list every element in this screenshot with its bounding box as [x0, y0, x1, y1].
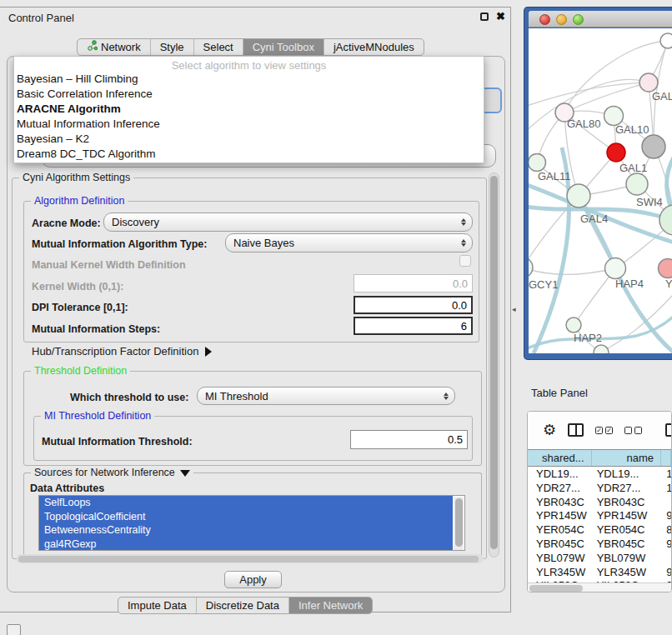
dropdown-item[interactable]: Bayesian – K2	[14, 132, 484, 147]
dropdown-item[interactable]: Basic Correlation Inference	[14, 87, 484, 102]
tab-infer-network[interactable]: Infer Network	[288, 598, 372, 613]
combo-arrows-icon	[441, 392, 454, 400]
control-panel-titlebar: Control Panel ✖	[0, 8, 510, 28]
dropdown-item-list: Bayesian – Hill ClimbingBasic Correlatio…	[14, 72, 484, 162]
table-horizontal-scrollbar[interactable]	[528, 582, 671, 592]
table-row[interactable]: YER054CYER054C8.	[528, 523, 671, 538]
collapsed-arrow-icon	[205, 347, 212, 357]
aracne-mode-combo[interactable]: Discovery	[103, 212, 473, 232]
table-column-header[interactable]: name	[592, 450, 661, 466]
docked-panel-icon[interactable]	[7, 624, 21, 635]
table-column-header[interactable]	[661, 450, 671, 466]
gear-icon[interactable]: ⚙	[543, 421, 556, 439]
splitter-collapse-arrow[interactable]: ◂	[512, 305, 516, 313]
tab-impute-data[interactable]: Impute Data	[118, 598, 196, 613]
network-graph[interactable]: GALGAL80GAL10GAL1SWI4GAL11GAL4GCY1HAP4YH…	[529, 28, 672, 353]
network-canvas[interactable]: GALGAL80GAL10GAL1SWI4GAL11GAL4GCY1HAP4YH…	[529, 28, 672, 353]
table-cell: 13	[661, 468, 671, 482]
network-node-gal4[interactable]	[567, 184, 590, 208]
hub-definition-expander[interactable]: Hub/Transcription Factor Definition	[32, 345, 212, 358]
apply-button[interactable]: Apply	[224, 571, 282, 588]
network-node[interactable]	[594, 345, 609, 353]
table-cell: 9.	[661, 509, 671, 523]
dropdown-item[interactable]: Mutual Information Inference	[14, 117, 484, 132]
table-row[interactable]: YDL19...YDL19...13	[528, 468, 671, 482]
settings-horizontal-scrollbar[interactable]	[17, 554, 484, 563]
threshold-definition-title: Threshold Definition	[31, 365, 130, 377]
which-threshold-combo[interactable]: MI Threshold	[197, 387, 455, 405]
tab-style[interactable]: Style	[150, 39, 193, 55]
attr-list-scrollbar[interactable]	[454, 497, 464, 550]
node-label-gal80: GAL80	[567, 118, 600, 130]
mi-steps-input[interactable]	[354, 317, 473, 335]
dropdown-item[interactable]: Dream8 DC_TDC Algorithm	[14, 147, 484, 162]
deselect-all-checks-icon[interactable]	[624, 427, 642, 434]
table-column-header[interactable]: shared...	[528, 450, 592, 466]
network-window-titlebar[interactable]	[529, 11, 672, 28]
tab-discretize-data[interactable]: Discretize Data	[196, 598, 288, 613]
table-cell: YBR045C	[528, 538, 592, 552]
minimize-traffic-light-icon[interactable]	[556, 14, 567, 25]
mi-threshold-input[interactable]	[350, 430, 468, 449]
tab-jactivemnodules[interactable]: jActiveMNodules	[323, 39, 424, 55]
tab-network[interactable]: Network	[78, 39, 150, 55]
columns-icon[interactable]	[568, 423, 584, 437]
network-node-hap4[interactable]	[605, 258, 626, 279]
network-node-gal[interactable]	[639, 73, 658, 92]
attribute-list-item[interactable]: SelfLoops	[39, 496, 453, 510]
table-cell: YBL079W	[592, 552, 661, 566]
attribute-list-item[interactable]: gal4RGexp	[39, 538, 453, 552]
attribute-list-item[interactable]: BetweennessCentrality	[39, 523, 453, 538]
table-cell: YDR27...	[528, 482, 592, 496]
attribute-list-item[interactable]: TopologicalCoefficient	[39, 510, 453, 524]
select-all-checks-icon[interactable]: ✓✓	[595, 427, 613, 434]
zoom-traffic-light-icon[interactable]	[573, 14, 584, 25]
network-node[interactable]	[607, 143, 625, 162]
bottom-tabbar: Impute DataDiscretize DataInfer Network	[118, 597, 373, 614]
expanded-arrow-icon	[180, 470, 190, 477]
table-cell: YLR345W	[528, 566, 592, 580]
network-node-gcy1[interactable]	[529, 258, 533, 278]
table-cell: YDL19...	[592, 468, 661, 482]
node-label-gal11: GAL11	[538, 170, 571, 182]
table-rows: YDL19...YDL19...13YDR27...YDR27...12YBR0…	[528, 468, 671, 582]
node-label-gal1: GAL1	[619, 162, 647, 174]
dropdown-item[interactable]: ARACNE Algorithm	[14, 102, 484, 117]
combo-arrows-icon	[459, 239, 472, 247]
table-panel-title: Table Panel	[531, 387, 588, 399]
network-node-hap2[interactable]	[566, 318, 581, 332]
close-icon[interactable]: ✖	[496, 10, 505, 22]
tab-cyni-toolbox[interactable]: Cyni Toolbox	[243, 39, 323, 55]
mi-type-combo[interactable]: Naive Bayes	[225, 233, 473, 252]
network-node[interactable]	[660, 33, 672, 48]
kernel-width-input[interactable]	[354, 274, 473, 292]
hub-definition-label: Hub/Transcription Factor Definition	[32, 345, 198, 358]
close-traffic-light-icon[interactable]	[539, 14, 550, 25]
table-cell: YER054C	[592, 523, 661, 538]
network-node-y[interactable]	[659, 259, 672, 278]
partial-table-icon[interactable]	[665, 423, 672, 437]
network-node-gal11[interactable]	[529, 154, 546, 172]
sources-group-title[interactable]: Sources for Network Inference	[31, 467, 193, 478]
node-label-hap2: HAP2	[574, 332, 602, 344]
network-node[interactable]	[659, 205, 672, 235]
tab-select[interactable]: Select	[193, 39, 243, 55]
table-row[interactable]: YBL079WYBL079W	[528, 552, 671, 566]
network-node[interactable]	[642, 135, 665, 158]
settings-vertical-scrollbar[interactable]	[489, 172, 499, 558]
sources-title-text: Sources for Network Inference	[34, 467, 175, 478]
table-cell: YPR145W	[528, 509, 592, 523]
cyni-settings-title: Cyni Algorithm Settings	[19, 172, 133, 183]
network-node-gal1[interactable]	[626, 173, 648, 195]
table-row[interactable]: YBR045CYBR045C9.	[528, 538, 671, 552]
table-header-row: shared...name	[528, 449, 671, 467]
table-row[interactable]: YBR043CYBR043C	[528, 496, 671, 510]
table-row[interactable]: YDR27...YDR27...12	[528, 482, 671, 496]
node-label-y: Y	[665, 278, 672, 290]
table-row[interactable]: YLR345WYLR345W9.	[528, 566, 671, 580]
dpi-tolerance-input[interactable]	[354, 296, 473, 314]
dropdown-item[interactable]: Bayesian – Hill Climbing	[14, 72, 484, 87]
table-row[interactable]: YPR145WYPR145W9.	[528, 509, 671, 523]
manual-kernel-checkbox[interactable]	[459, 255, 471, 267]
float-window-icon[interactable]	[480, 12, 489, 21]
